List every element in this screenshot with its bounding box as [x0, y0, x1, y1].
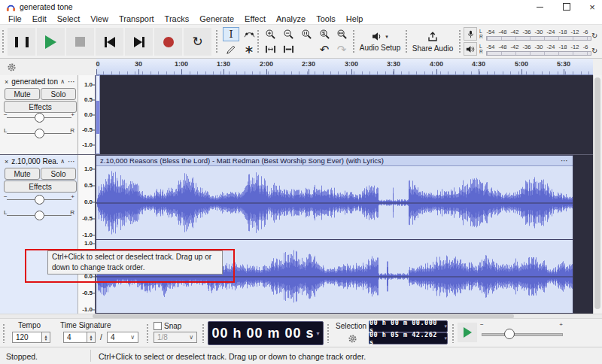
- time-display[interactable]: 00 h 00 m 00 s ▾: [208, 321, 324, 345]
- speed-slider-thumb[interactable]: [504, 329, 515, 339]
- meter-tick: -12: [571, 44, 579, 50]
- stop-button[interactable]: [66, 28, 94, 56]
- trim-audio-button[interactable]: [262, 42, 278, 56]
- audio-setup-button[interactable]: ▾ Audio Setup: [358, 26, 402, 57]
- selection-options-button[interactable]: [348, 333, 357, 347]
- track1-vertical-scale[interactable]: 1.0 0.5 0.0 -0.5 -1.0: [78, 75, 96, 154]
- track1-close-icon[interactable]: ×: [5, 78, 8, 86]
- pause-button[interactable]: [8, 28, 35, 56]
- timeline-options-button[interactable]: [5, 61, 17, 73]
- menu-item-help[interactable]: Help: [341, 14, 369, 23]
- gain-slider-thumb[interactable]: [35, 113, 44, 123]
- track2-clip[interactable]: z.10,000 Reasons (Bless the Lord) - Matt…: [96, 155, 573, 314]
- envelope-tool-button[interactable]: [241, 27, 257, 41]
- playback-meter-reset-icon[interactable]: ↻: [591, 47, 597, 55]
- selection-grip[interactable]: [327, 323, 330, 343]
- track1-collapse-icon[interactable]: ∧: [60, 78, 65, 85]
- selection-tool-button[interactable]: I: [223, 27, 239, 41]
- fit-project-button[interactable]: [334, 27, 349, 41]
- snap-grip[interactable]: [146, 323, 150, 343]
- zoom-selection-button[interactable]: [298, 27, 315, 41]
- track1-gain-slider[interactable]: − +: [4, 111, 74, 122]
- waveform-canvas-left[interactable]: [96, 166, 573, 239]
- pan-slider-thumb[interactable]: [35, 211, 44, 220]
- pan-slider-thumb[interactable]: [35, 129, 44, 138]
- selection-end-field[interactable]: 00 h 05 m 42.262 s ▾: [369, 332, 448, 344]
- meters-grip[interactable]: [458, 29, 462, 54]
- track2-effects-button[interactable]: Effects: [4, 180, 77, 193]
- menu-item-select[interactable]: Select: [52, 14, 86, 23]
- track2-solo-button[interactable]: Solo: [41, 168, 76, 180]
- time-signature-lower-select[interactable]: 4 ∨: [107, 332, 138, 343]
- menu-item-transport[interactable]: Transport: [114, 14, 160, 23]
- skip-to-start-button[interactable]: [96, 28, 123, 56]
- clip-menu-icon[interactable]: ⋯: [561, 156, 573, 165]
- playback-meter[interactable]: LR -54 -48 -42 -36 -30 -24 -18 -12 -6 ↻: [464, 42, 599, 56]
- track2-clip-header[interactable]: z.10,000 Reasons (Bless the Lord) - Matt…: [96, 156, 573, 166]
- track2-gain-slider[interactable]: − +: [4, 193, 74, 204]
- track2-vertical-scale[interactable]: 1.0 0.5 0.0 -0.5 -1.0 1.0 0.5 0.0 -0.5 -…: [78, 155, 96, 314]
- menu-item-tools[interactable]: Tools: [311, 14, 341, 23]
- record-button[interactable]: [154, 28, 182, 56]
- track1-control-panel[interactable]: × generated tone ∧ ⋯ Mute Solo Effects −…: [0, 75, 78, 154]
- multi-tool-button[interactable]: ∗: [241, 42, 257, 56]
- timeline-ruler[interactable]: 0 30 1:00 1:30 2:00 2:30 3:00 3:30 4:00 …: [96, 59, 593, 75]
- track2-pan-slider[interactable]: L R: [4, 209, 74, 220]
- track1-mute-button[interactable]: Mute: [5, 88, 40, 100]
- track2-close-icon[interactable]: ×: [5, 158, 8, 165]
- tools-grip[interactable]: [215, 29, 219, 54]
- loop-button[interactable]: ↻: [184, 28, 211, 56]
- time-signature-upper-input[interactable]: 4: [63, 332, 87, 343]
- track1-pan-slider[interactable]: L R: [4, 127, 74, 138]
- audio-setup-grip[interactable]: [352, 29, 356, 54]
- vertical-scrollbar-thumb[interactable]: [594, 77, 600, 309]
- horizontal-scrollbar-thumb[interactable]: [93, 314, 514, 318]
- play-speed-slider[interactable]: − +: [482, 328, 563, 338]
- track2-mute-button[interactable]: Mute: [5, 168, 40, 180]
- track2-control-panel[interactable]: × z.10,000 Rea... ∧ ⋯ Mute Solo Effects …: [0, 155, 78, 314]
- redo-button[interactable]: ↷: [334, 42, 349, 56]
- play-speed-grip[interactable]: [451, 323, 455, 343]
- track2-menu-icon[interactable]: ⋯: [68, 157, 75, 165]
- skip-to-end-button[interactable]: [125, 28, 153, 56]
- menu-item-generate[interactable]: Generate: [194, 14, 239, 23]
- undo-button[interactable]: ↶: [316, 42, 333, 56]
- share-audio-button[interactable]: Share Audio: [410, 26, 455, 57]
- recording-meter[interactable]: LR -54 -48 -42 -36 -30 -24 -18 -12 -6 ↻: [464, 27, 599, 41]
- minimize-button[interactable]: [527, 0, 552, 14]
- play-at-speed-button[interactable]: [458, 323, 477, 342]
- maximize-button[interactable]: [554, 0, 579, 14]
- snap-checkbox[interactable]: [154, 322, 162, 330]
- menu-item-file[interactable]: File: [3, 14, 27, 23]
- menu-item-edit[interactable]: Edit: [27, 14, 52, 23]
- record-meter-reset-icon[interactable]: ↻: [591, 32, 597, 40]
- zoom-toggle-button[interactable]: [316, 27, 333, 41]
- transport-grip[interactable]: [2, 29, 5, 54]
- zoom-out-button[interactable]: [280, 27, 296, 41]
- tempo-input[interactable]: 120: [12, 332, 42, 343]
- track1-menu-icon[interactable]: ⋯: [68, 77, 75, 86]
- menu-item-effect[interactable]: Effect: [239, 14, 271, 23]
- track1-solo-button[interactable]: Solo: [41, 88, 76, 100]
- track2-name[interactable]: z.10,000 Rea...: [11, 157, 58, 165]
- silence-audio-button[interactable]: [280, 42, 296, 56]
- time-toolbar-grip[interactable]: [2, 323, 6, 343]
- gain-slider-thumb[interactable]: [35, 195, 44, 205]
- play-button[interactable]: [37, 28, 65, 56]
- share-grip[interactable]: [405, 29, 409, 54]
- zoom-in-button[interactable]: [262, 27, 278, 41]
- time-signature-spinner[interactable]: ▲▼: [87, 332, 96, 343]
- playback-meter-button[interactable]: [464, 42, 477, 56]
- draw-tool-button[interactable]: [223, 42, 239, 56]
- close-button[interactable]: ×: [579, 0, 602, 14]
- snap-select[interactable]: 1/8 ∨: [154, 332, 197, 343]
- track1-name[interactable]: generated tone: [11, 77, 58, 86]
- menu-item-tracks[interactable]: Tracks: [160, 14, 195, 23]
- tempo-spinner[interactable]: ▲▼: [42, 332, 50, 343]
- edit-grip[interactable]: [257, 29, 260, 54]
- menu-item-analyze[interactable]: Analyze: [271, 14, 311, 23]
- timedisplay-grip[interactable]: [202, 323, 205, 343]
- track2-collapse-icon[interactable]: ∧: [60, 158, 65, 165]
- record-meter-button[interactable]: [464, 27, 477, 41]
- menu-item-view[interactable]: View: [85, 14, 114, 23]
